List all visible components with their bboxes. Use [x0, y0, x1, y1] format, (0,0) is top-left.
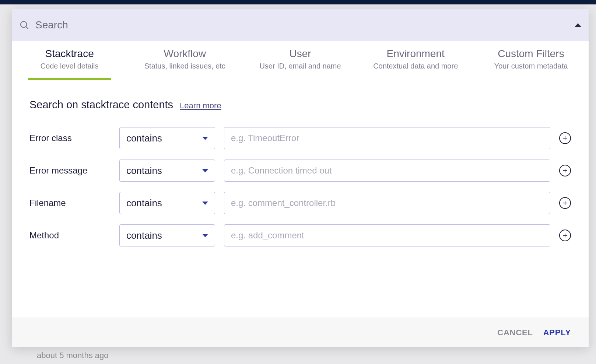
plus-icon	[562, 232, 568, 238]
filter-value-input[interactable]	[224, 160, 550, 182]
filter-row-error-message: Error messagecontains	[29, 160, 571, 182]
modal-body: Search on stacktrace contents Learn more…	[12, 80, 589, 318]
tab-title: Environment	[358, 48, 473, 60]
tab-workflow[interactable]: WorkflowStatus, linked issues, etc	[127, 48, 242, 80]
filter-row-error-class: Error classcontains	[29, 127, 571, 149]
plus-icon	[562, 168, 568, 174]
apply-button[interactable]: APPLY	[543, 328, 571, 337]
filter-value-input[interactable]	[224, 127, 550, 149]
operator-dropdown[interactable]: contains	[119, 192, 215, 214]
dropdown-value: contains	[126, 165, 162, 176]
plus-icon	[562, 200, 568, 206]
chevron-down-icon	[202, 234, 208, 237]
filter-label: Method	[29, 230, 111, 241]
svg-line-1	[26, 27, 28, 29]
filter-row-filename: Filenamecontains	[29, 192, 571, 214]
collapse-icon[interactable]	[575, 23, 581, 27]
section-title: Search on stacktrace contents	[29, 99, 173, 111]
tab-subtitle: Your custom metadata	[473, 62, 589, 70]
tab-title: Stacktrace	[12, 48, 127, 60]
tab-subtitle: User ID, email and name	[242, 62, 358, 70]
add-filter-button[interactable]	[559, 165, 571, 176]
chevron-down-icon	[202, 202, 208, 205]
tab-bar: StacktraceCode level detailsWorkflowStat…	[12, 41, 589, 80]
tab-custom-filters[interactable]: Custom FiltersYour custom metadata	[473, 48, 589, 80]
dropdown-value: contains	[126, 133, 162, 144]
tab-title: Workflow	[127, 48, 242, 60]
tab-subtitle: Code level details	[12, 62, 127, 70]
app-top-bar	[0, 0, 596, 4]
operator-dropdown[interactable]: contains	[119, 224, 215, 246]
search-icon	[19, 20, 29, 30]
chevron-down-icon	[202, 169, 208, 172]
tab-title: Custom Filters	[473, 48, 589, 60]
tab-subtitle: Contextual data and more	[358, 62, 473, 70]
dropdown-value: contains	[126, 230, 162, 241]
search-input[interactable]	[35, 19, 569, 31]
background-timestamp: about 5 months ago	[37, 351, 108, 360]
add-filter-button[interactable]	[559, 197, 571, 209]
cancel-button[interactable]: CANCEL	[497, 328, 533, 337]
tab-title: User	[242, 48, 358, 60]
plus-icon	[562, 135, 568, 141]
tab-stacktrace[interactable]: StacktraceCode level details	[12, 48, 127, 80]
add-filter-button[interactable]	[559, 230, 571, 241]
chevron-down-icon	[202, 137, 208, 140]
filter-value-input[interactable]	[224, 192, 550, 214]
add-filter-button[interactable]	[559, 132, 571, 144]
operator-dropdown[interactable]: contains	[119, 160, 215, 182]
filter-value-input[interactable]	[224, 224, 550, 246]
tab-subtitle: Status, linked issues, etc	[127, 62, 242, 70]
operator-dropdown[interactable]: contains	[119, 127, 215, 149]
filter-row-method: Methodcontains	[29, 224, 571, 246]
tab-user[interactable]: UserUser ID, email and name	[242, 48, 358, 80]
modal-footer: CANCEL APPLY	[12, 318, 589, 347]
search-bar[interactable]	[12, 9, 589, 41]
learn-more-link[interactable]: Learn more	[180, 101, 221, 111]
filter-label: Error class	[29, 133, 111, 143]
filter-label: Error message	[29, 165, 111, 176]
svg-point-0	[21, 21, 27, 27]
dropdown-value: contains	[126, 197, 162, 209]
filter-label: Filename	[29, 198, 111, 208]
search-builder-modal: StacktraceCode level detailsWorkflowStat…	[12, 9, 589, 347]
tab-environment[interactable]: EnvironmentContextual data and more	[358, 48, 473, 80]
